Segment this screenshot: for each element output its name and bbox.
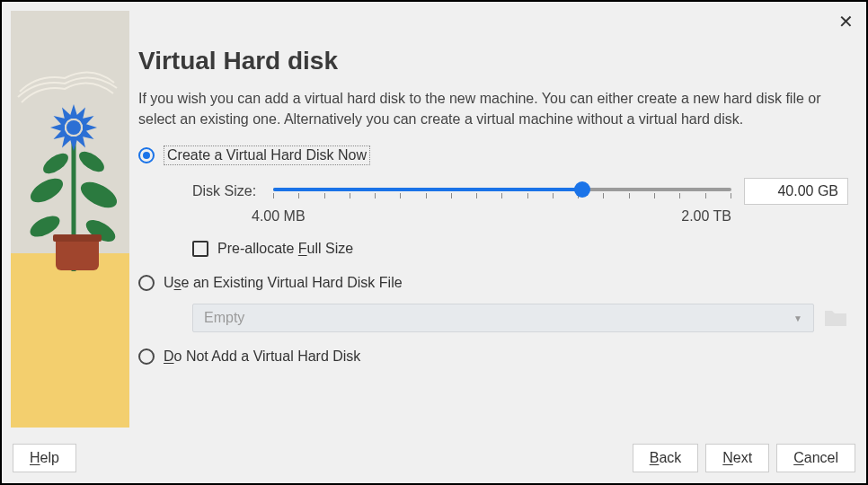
svg-point-1 [76,177,120,213]
radio-icon[interactable] [138,147,155,163]
disk-size-input[interactable] [744,178,848,205]
next-button[interactable]: Next [705,444,769,472]
select-placeholder: Empty [204,310,244,326]
browse-folder-icon[interactable] [823,307,848,329]
radio-create-label: Create a Virtual Hard Disk Now [164,146,370,165]
disk-size-label: Disk Size: [192,183,261,199]
radio-icon[interactable] [138,275,155,291]
svg-point-6 [66,120,81,135]
svg-point-5 [75,147,107,175]
close-icon[interactable]: ✕ [838,11,854,32]
radio-no-disk[interactable]: Do Not Add a Virtual Hard Disk [138,348,848,365]
svg-point-0 [27,173,67,207]
radio-create-disk[interactable]: Create a Virtual Hard Disk Now [138,146,848,165]
chevron-down-icon: ▼ [793,313,802,323]
slider-min-label: 4.00 MB [252,208,306,225]
svg-point-4 [40,149,71,177]
back-button[interactable]: Back [633,444,699,472]
wizard-illustration [11,11,129,428]
slider-max-label: 2.00 TB [681,208,731,225]
preallocate-label: Pre-allocate Full Size [217,241,353,257]
existing-disk-select[interactable]: Empty ▼ [192,304,814,332]
cancel-button[interactable]: Cancel [776,444,855,472]
disk-size-slider[interactable] [273,181,731,202]
radio-use-existing-label: Use an Existing Virtual Hard Disk File [164,275,403,291]
page-description: If you wish you can add a virtual hard d… [138,88,848,129]
radio-use-existing[interactable]: Use an Existing Virtual Hard Disk File [138,275,848,291]
page-title: Virtual Hard disk [138,47,848,75]
radio-no-disk-label: Do Not Add a Virtual Hard Disk [164,348,360,365]
preallocate-checkbox-row[interactable]: Pre-allocate Full Size [192,241,848,257]
radio-icon[interactable] [138,348,155,365]
help-button[interactable]: Help [13,444,76,472]
checkbox-icon[interactable] [192,241,208,257]
